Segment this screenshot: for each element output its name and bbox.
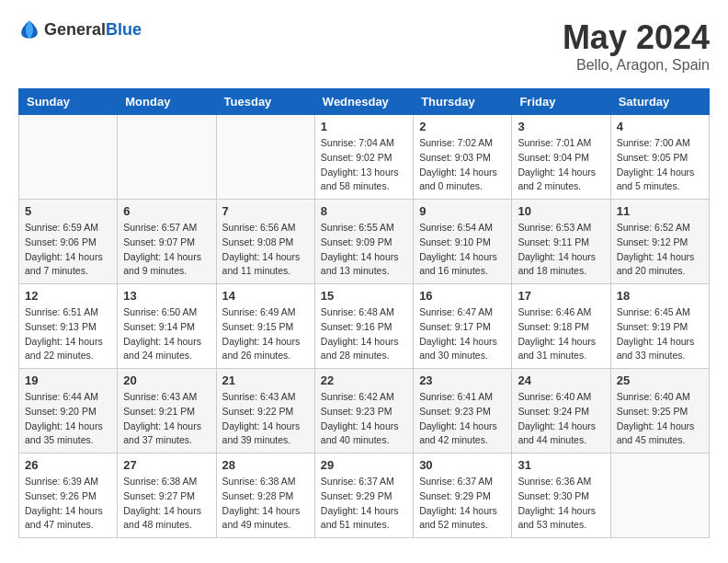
calendar-cell: 3Sunrise: 7:01 AMSunset: 9:04 PMDaylight… — [512, 115, 610, 200]
day-info: Sunrise: 6:55 AMSunset: 9:09 PMDaylight:… — [321, 221, 407, 279]
day-info: Sunrise: 6:38 AMSunset: 9:28 PMDaylight:… — [222, 475, 309, 533]
day-number: 5 — [25, 204, 111, 218]
calendar-week-row: 26Sunrise: 6:39 AMSunset: 9:26 PMDayligh… — [19, 454, 710, 538]
day-info: Sunrise: 6:44 AMSunset: 9:20 PMDaylight:… — [25, 390, 111, 448]
calendar-cell: 1Sunrise: 7:04 AMSunset: 9:02 PMDaylight… — [314, 115, 413, 200]
day-info: Sunrise: 7:00 AMSunset: 9:05 PMDaylight:… — [617, 136, 703, 194]
calendar-cell: 16Sunrise: 6:47 AMSunset: 9:17 PMDayligh… — [414, 284, 512, 369]
day-number: 19 — [25, 373, 111, 387]
calendar-cell: 6Sunrise: 6:57 AMSunset: 9:07 PMDaylight… — [118, 200, 216, 284]
calendar-cell: 19Sunrise: 6:44 AMSunset: 9:20 PMDayligh… — [19, 369, 118, 454]
day-info: Sunrise: 6:57 AMSunset: 9:07 PMDaylight:… — [123, 221, 210, 279]
day-info: Sunrise: 6:40 AMSunset: 9:25 PMDaylight:… — [617, 390, 703, 448]
day-info: Sunrise: 6:37 AMSunset: 9:29 PMDaylight:… — [321, 475, 407, 533]
calendar-cell: 5Sunrise: 6:59 AMSunset: 9:06 PMDaylight… — [19, 200, 118, 284]
day-info: Sunrise: 6:43 AMSunset: 9:22 PMDaylight:… — [222, 390, 309, 448]
day-number: 18 — [617, 289, 703, 303]
logo-general: General — [44, 20, 106, 39]
calendar-cell: 13Sunrise: 6:50 AMSunset: 9:14 PMDayligh… — [118, 284, 216, 369]
calendar-cell: 8Sunrise: 6:55 AMSunset: 9:09 PMDaylight… — [314, 200, 413, 284]
day-number: 13 — [123, 289, 210, 303]
day-info: Sunrise: 6:43 AMSunset: 9:21 PMDaylight:… — [123, 390, 210, 448]
calendar-cell: 17Sunrise: 6:46 AMSunset: 9:18 PMDayligh… — [512, 284, 610, 369]
calendar-cell: 25Sunrise: 6:40 AMSunset: 9:25 PMDayligh… — [610, 369, 709, 454]
day-number: 3 — [518, 120, 604, 133]
day-number: 30 — [419, 458, 506, 472]
calendar-cell: 2Sunrise: 7:02 AMSunset: 9:03 PMDaylight… — [414, 115, 512, 200]
day-number: 31 — [518, 458, 604, 472]
day-info: Sunrise: 7:04 AMSunset: 9:02 PMDaylight:… — [321, 136, 407, 194]
day-number: 27 — [123, 458, 210, 472]
calendar-cell: 12Sunrise: 6:51 AMSunset: 9:13 PMDayligh… — [19, 284, 118, 369]
day-info: Sunrise: 6:49 AMSunset: 9:15 PMDaylight:… — [222, 305, 309, 363]
calendar-cell — [118, 115, 216, 200]
month-title: May 2024 — [563, 18, 710, 57]
day-info: Sunrise: 6:41 AMSunset: 9:23 PMDaylight:… — [419, 390, 506, 448]
calendar-cell — [610, 454, 709, 538]
day-number: 24 — [518, 373, 604, 387]
calendar-cell — [19, 115, 118, 200]
day-info: Sunrise: 6:54 AMSunset: 9:10 PMDaylight:… — [419, 221, 506, 279]
day-info: Sunrise: 6:52 AMSunset: 9:12 PMDaylight:… — [617, 221, 703, 279]
calendar-cell: 30Sunrise: 6:37 AMSunset: 9:29 PMDayligh… — [414, 454, 512, 538]
day-info: Sunrise: 6:59 AMSunset: 9:06 PMDaylight:… — [25, 221, 111, 279]
calendar-cell: 14Sunrise: 6:49 AMSunset: 9:15 PMDayligh… — [216, 284, 314, 369]
day-info: Sunrise: 6:51 AMSunset: 9:13 PMDaylight:… — [25, 305, 111, 363]
day-info: Sunrise: 7:01 AMSunset: 9:04 PMDaylight:… — [518, 136, 604, 194]
day-number: 17 — [518, 289, 604, 303]
calendar-cell: 10Sunrise: 6:53 AMSunset: 9:11 PMDayligh… — [512, 200, 610, 284]
day-info: Sunrise: 6:50 AMSunset: 9:14 PMDaylight:… — [123, 305, 210, 363]
day-info: Sunrise: 6:45 AMSunset: 9:19 PMDaylight:… — [617, 305, 703, 363]
calendar-week-row: 5Sunrise: 6:59 AMSunset: 9:06 PMDaylight… — [19, 200, 710, 284]
calendar-cell: 27Sunrise: 6:38 AMSunset: 9:27 PMDayligh… — [118, 454, 216, 538]
calendar-table: SundayMondayTuesdayWednesdayThursdayFrid… — [18, 88, 710, 538]
day-header-wednesday: Wednesday — [314, 89, 413, 115]
title-area: May 2024 Bello, Aragon, Spain — [563, 18, 710, 74]
calendar-cell: 24Sunrise: 6:40 AMSunset: 9:24 PMDayligh… — [512, 369, 610, 454]
day-info: Sunrise: 6:48 AMSunset: 9:16 PMDaylight:… — [321, 305, 407, 363]
day-info: Sunrise: 6:53 AMSunset: 9:11 PMDaylight:… — [518, 221, 604, 279]
day-number: 8 — [321, 204, 407, 218]
calendar-cell: 28Sunrise: 6:38 AMSunset: 9:28 PMDayligh… — [216, 454, 314, 538]
calendar-week-row: 1Sunrise: 7:04 AMSunset: 9:02 PMDaylight… — [19, 115, 710, 200]
calendar-cell: 20Sunrise: 6:43 AMSunset: 9:21 PMDayligh… — [118, 369, 216, 454]
day-number: 16 — [419, 289, 506, 303]
calendar-cell: 15Sunrise: 6:48 AMSunset: 9:16 PMDayligh… — [314, 284, 413, 369]
calendar-cell: 7Sunrise: 6:56 AMSunset: 9:08 PMDaylight… — [216, 200, 314, 284]
day-info: Sunrise: 7:02 AMSunset: 9:03 PMDaylight:… — [419, 136, 506, 194]
day-number: 20 — [123, 373, 210, 387]
day-number: 14 — [222, 289, 309, 303]
day-number: 21 — [222, 373, 309, 387]
day-number: 15 — [321, 289, 407, 303]
day-number: 29 — [321, 458, 407, 472]
calendar-cell: 26Sunrise: 6:39 AMSunset: 9:26 PMDayligh… — [19, 454, 118, 538]
day-info: Sunrise: 6:40 AMSunset: 9:24 PMDaylight:… — [518, 390, 604, 448]
day-number: 7 — [222, 204, 309, 218]
day-header-friday: Friday — [512, 89, 610, 115]
day-info: Sunrise: 6:39 AMSunset: 9:26 PMDaylight:… — [25, 475, 111, 533]
day-number: 9 — [419, 204, 506, 218]
day-header-thursday: Thursday — [414, 89, 512, 115]
calendar-cell: 21Sunrise: 6:43 AMSunset: 9:22 PMDayligh… — [216, 369, 314, 454]
day-number: 12 — [25, 289, 111, 303]
day-number: 11 — [617, 204, 703, 218]
day-header-monday: Monday — [118, 89, 216, 115]
day-number: 26 — [25, 458, 111, 472]
day-info: Sunrise: 6:56 AMSunset: 9:08 PMDaylight:… — [222, 221, 309, 279]
logo-text: GeneralBlue — [44, 20, 142, 40]
day-number: 6 — [123, 204, 210, 218]
location-title: Bello, Aragon, Spain — [563, 57, 710, 74]
day-header-saturday: Saturday — [610, 89, 709, 115]
calendar-cell: 11Sunrise: 6:52 AMSunset: 9:12 PMDayligh… — [610, 200, 709, 284]
calendar-week-row: 19Sunrise: 6:44 AMSunset: 9:20 PMDayligh… — [19, 369, 710, 454]
calendar-cell — [216, 115, 314, 200]
day-info: Sunrise: 6:37 AMSunset: 9:29 PMDaylight:… — [419, 475, 506, 533]
day-number: 1 — [321, 120, 407, 133]
day-info: Sunrise: 6:46 AMSunset: 9:18 PMDaylight:… — [518, 305, 604, 363]
day-number: 25 — [617, 373, 703, 387]
day-info: Sunrise: 6:38 AMSunset: 9:27 PMDaylight:… — [123, 475, 210, 533]
day-info: Sunrise: 6:47 AMSunset: 9:17 PMDaylight:… — [419, 305, 506, 363]
day-info: Sunrise: 6:36 AMSunset: 9:30 PMDaylight:… — [518, 475, 604, 533]
day-header-tuesday: Tuesday — [216, 89, 314, 115]
logo-icon — [18, 18, 40, 40]
